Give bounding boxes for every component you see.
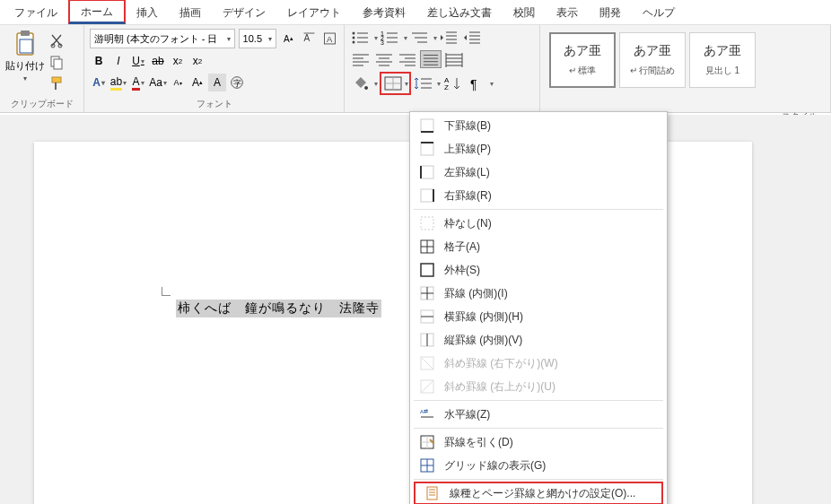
svg-text:Z: Z — [444, 83, 449, 91]
border-top-icon — [419, 141, 435, 157]
dd-border-outside[interactable]: 外枠(S) — [410, 258, 667, 282]
dd-border-hinside[interactable]: 横罫線 (内側)(H) — [410, 305, 667, 328]
char-shading-button[interactable]: A — [208, 74, 226, 91]
underline-button[interactable]: U▾ — [129, 52, 147, 70]
multilevel-icon[interactable] — [409, 29, 431, 47]
tab-developer[interactable]: 開発 — [589, 2, 632, 24]
dd-border-inside[interactable]: 罫線 (内側)(I) — [410, 282, 667, 305]
paste-button[interactable]: 貼り付け ▾ — [5, 29, 45, 91]
align-left-icon[interactable] — [350, 50, 372, 68]
dd-border-bottom[interactable]: 下罫線(B) — [410, 114, 667, 137]
svg-text:A: A — [303, 33, 310, 43]
ribbon: 貼り付け ▾ クリップボード 游明朝 (本文のフォント - 日▾ 10.5▾ A… — [0, 25, 831, 113]
style-nospacing[interactable]: あア亜 ↵ 行間詰め — [619, 32, 686, 88]
highlight-button[interactable]: ab▾ — [109, 74, 127, 91]
tab-file[interactable]: ファイル — [4, 2, 68, 24]
distributed-icon[interactable] — [443, 50, 465, 68]
font-name-combo[interactable]: 游明朝 (本文のフォント - 日▾ — [90, 29, 235, 48]
dd-border-diagup: 斜め罫線 (右上がり)(U) — [410, 375, 667, 398]
clipboard-icon — [11, 29, 39, 57]
dd-border-vinside[interactable]: 縦罫線 (内側)(V) — [410, 328, 667, 352]
shrink-font-button[interactable]: A▾ — [169, 74, 187, 91]
tab-mailings[interactable]: 差し込み文書 — [416, 2, 503, 24]
border-hinside-icon — [419, 308, 435, 325]
char-border-icon[interactable]: A — [321, 30, 338, 48]
border-right-icon — [419, 187, 435, 204]
dd-show-gridlines[interactable]: グリッド線の表示(G) — [410, 454, 667, 477]
tab-references[interactable]: 参考資料 — [352, 2, 416, 24]
sort-icon[interactable]: AZ — [442, 74, 464, 92]
tab-view[interactable]: 表示 — [546, 2, 589, 24]
tab-home[interactable]: ホーム — [68, 0, 126, 24]
border-none-icon — [419, 215, 435, 231]
grow-font2-button[interactable]: A▴ — [188, 74, 206, 91]
paste-label: 貼り付け — [5, 59, 45, 73]
dd-border-top[interactable]: 上罫線(P) — [410, 137, 667, 161]
group-paragraph-label — [350, 109, 534, 110]
svg-rect-7 — [52, 77, 61, 83]
dd-hline[interactable]: A⇄水平線(Z) — [410, 403, 667, 426]
ribbon-tabs: ファイル ホーム 挿入 描画 デザイン レイアウト 参考資料 差し込み文書 校閲… — [0, 0, 831, 25]
cut-icon[interactable] — [48, 32, 65, 48]
strike-button[interactable]: ab — [149, 52, 167, 70]
justify-icon[interactable] — [420, 50, 442, 68]
svg-rect-2 — [20, 39, 32, 53]
svg-rect-1 — [21, 30, 30, 36]
dd-draw-border[interactable]: 罫線を引く(D) — [410, 430, 667, 454]
tab-review[interactable]: 校閲 — [503, 2, 546, 24]
subscript-button[interactable]: x2 — [169, 52, 187, 70]
line-spacing-icon[interactable] — [413, 74, 434, 92]
svg-rect-27 — [421, 217, 433, 230]
group-clipboard: 貼り付け ▾ クリップボード — [0, 25, 84, 112]
tab-draw[interactable]: 描画 — [169, 2, 212, 24]
svg-rect-29 — [421, 264, 433, 276]
border-diagup-icon — [419, 378, 435, 395]
chevron-down-icon: ▾ — [23, 74, 27, 83]
phonetic-guide-icon[interactable]: A — [301, 30, 318, 48]
dd-border-left[interactable]: 左罫線(L) — [410, 161, 667, 184]
svg-text:A⇄: A⇄ — [420, 409, 428, 414]
superscript-button[interactable]: x2 — [188, 52, 206, 70]
draw-border-icon — [419, 434, 435, 450]
copy-icon[interactable] — [48, 54, 65, 70]
dd-border-none[interactable]: 枠なし(N) — [410, 212, 667, 235]
text-effects-button[interactable]: A▾ — [90, 74, 108, 91]
change-case-button[interactable]: Aa▾ — [149, 74, 167, 91]
enclose-char-icon[interactable]: 字 — [228, 74, 246, 91]
borders-dropdown: 下罫線(B) 上罫線(P) 左罫線(L) 右罫線(R) 枠なし(N) 格子(A)… — [409, 111, 668, 504]
borders-button-highlighted[interactable]: ▾ — [380, 72, 411, 95]
selected-text[interactable]: 柿くへば 鐘が鳴るなり 法隆寺 — [176, 300, 381, 317]
italic-button[interactable]: I — [109, 52, 127, 70]
style-heading1[interactable]: あア亜 見出し 1 — [689, 32, 756, 88]
tab-design[interactable]: デザイン — [212, 2, 276, 24]
numbering-icon[interactable]: 123 — [380, 29, 401, 47]
svg-rect-6 — [54, 59, 62, 69]
bullets-icon[interactable] — [350, 29, 372, 47]
tab-insert[interactable]: 挿入 — [126, 2, 169, 24]
decrease-indent-icon[interactable] — [439, 29, 460, 47]
borders-icon — [382, 74, 404, 92]
show-marks-icon[interactable]: ¶ — [466, 74, 487, 92]
svg-text:3: 3 — [381, 39, 384, 46]
tab-layout[interactable]: レイアウト — [276, 2, 352, 24]
font-color-button[interactable]: A▾ — [129, 74, 147, 91]
group-font-label: フォント — [90, 96, 338, 110]
increase-indent-icon[interactable] — [462, 29, 484, 47]
format-painter-icon[interactable] — [48, 75, 65, 91]
dd-border-right[interactable]: 右罫線(R) — [410, 184, 667, 207]
dd-border-settings[interactable]: 線種とページ罫線と網かけの設定(O)... — [414, 482, 663, 504]
grow-font-button[interactable]: A▴ — [280, 30, 297, 48]
border-inside-icon — [419, 285, 435, 301]
align-right-icon[interactable] — [397, 50, 418, 68]
svg-point-15 — [353, 41, 355, 44]
font-size-combo[interactable]: 10.5▾ — [239, 29, 276, 48]
tab-help[interactable]: ヘルプ — [632, 2, 686, 24]
border-all-icon — [419, 239, 435, 255]
style-normal[interactable]: あア亜 ↵ 標準 — [549, 32, 616, 88]
border-diagdown-icon — [419, 355, 435, 371]
dd-border-all[interactable]: 格子(A) — [410, 235, 667, 258]
shading-icon[interactable] — [350, 74, 372, 92]
align-center-icon[interactable] — [373, 50, 395, 68]
bold-button[interactable]: B — [90, 52, 108, 70]
svg-point-14 — [353, 37, 355, 39]
